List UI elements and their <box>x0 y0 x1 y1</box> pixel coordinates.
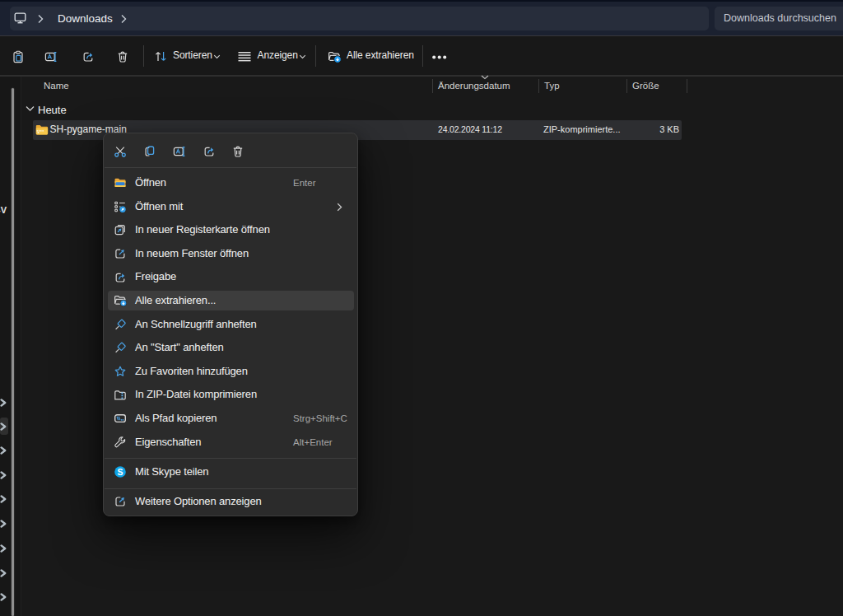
svg-text:S: S <box>117 466 123 476</box>
